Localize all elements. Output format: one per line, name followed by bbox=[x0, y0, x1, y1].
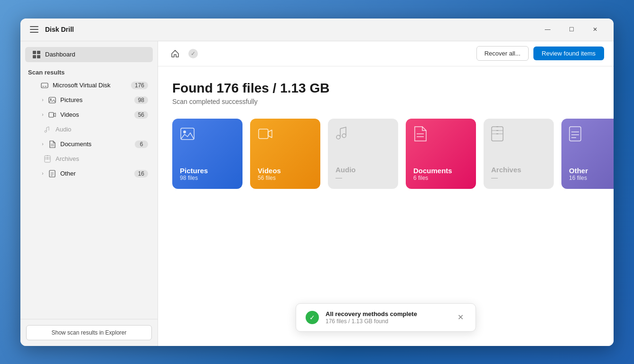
window-controls: — ☐ ✕ bbox=[537, 22, 606, 37]
documents-card-count: 6 files bbox=[413, 175, 428, 181]
pictures-card-name: Pictures bbox=[180, 167, 208, 175]
pictures-count: 98 bbox=[134, 96, 148, 104]
content-body: Found 176 files / 1.13 GB Scan completed… bbox=[158, 66, 614, 346]
videos-label: Videos bbox=[60, 111, 134, 118]
toast-text: All recovery methods complete 176 files … bbox=[326, 310, 448, 325]
sidebar-item-other[interactable]: › Other 16 bbox=[22, 167, 156, 181]
card-pictures[interactable]: Pictures 98 files bbox=[172, 119, 242, 189]
sidebar-item-videos[interactable]: › Videos 56 bbox=[22, 108, 156, 122]
card-audio[interactable]: Audio — bbox=[328, 119, 398, 189]
videos-card-count: 56 files bbox=[258, 175, 276, 181]
toast-subtitle: 176 files / 1.13 GB found bbox=[326, 318, 448, 325]
sidebar-item-archives[interactable]: Archives bbox=[22, 152, 156, 166]
found-files-title: Found 176 files / 1.13 GB bbox=[172, 81, 599, 96]
other-label: Other bbox=[60, 170, 134, 177]
svg-point-4 bbox=[50, 98, 52, 100]
minimize-button[interactable]: — bbox=[537, 22, 559, 37]
svg-point-19 bbox=[183, 131, 186, 133]
maximize-button[interactable]: ☐ bbox=[560, 22, 582, 37]
sidebar-item-dashboard[interactable]: Dashboard bbox=[25, 47, 153, 62]
card-documents[interactable]: Documents 6 files bbox=[406, 119, 476, 189]
chevron-right-icon: › bbox=[39, 97, 46, 103]
chevron-right-icon: › bbox=[39, 141, 46, 148]
sidebar-item-audio[interactable]: Audio bbox=[22, 122, 156, 137]
review-found-items-button[interactable]: Review found items bbox=[533, 47, 604, 60]
audio-icon bbox=[43, 125, 52, 134]
documents-count: 6 bbox=[135, 140, 148, 148]
show-explorer-button[interactable]: Show scan results in Explorer bbox=[26, 325, 152, 340]
videos-count: 56 bbox=[134, 111, 148, 119]
menu-icon[interactable] bbox=[28, 24, 40, 35]
header-actions: Recover all... Review found items bbox=[476, 46, 604, 61]
audio-card-name: Audio bbox=[336, 166, 356, 174]
svg-rect-0 bbox=[41, 83, 48, 88]
app-window: Disk Drill — ☐ ✕ Dashboard Scan results bbox=[20, 19, 614, 346]
drive-icon bbox=[40, 81, 49, 90]
svg-rect-3 bbox=[49, 97, 56, 103]
audio-card-icon bbox=[336, 126, 349, 143]
videos-icon bbox=[48, 111, 56, 119]
pictures-icon bbox=[48, 96, 56, 104]
chevron-right-icon: › bbox=[39, 170, 46, 177]
pictures-label: Pictures bbox=[60, 96, 134, 103]
sidebar-item-pictures[interactable]: › Pictures 98 bbox=[22, 93, 156, 107]
pictures-card-icon bbox=[180, 126, 195, 145]
toast-notification: ✓ All recovery methods complete 176 file… bbox=[296, 303, 476, 332]
other-icon bbox=[48, 169, 56, 178]
audio-card-dash: — bbox=[336, 174, 342, 181]
card-archives[interactable]: Archives — bbox=[484, 119, 554, 189]
spacer bbox=[32, 82, 38, 89]
archives-card-dash: — bbox=[491, 174, 498, 181]
virtual-disk-count: 176 bbox=[131, 82, 148, 89]
other-card-name: Other bbox=[569, 167, 588, 175]
archives-card-name: Archives bbox=[491, 166, 521, 174]
dashboard-label: Dashboard bbox=[45, 51, 75, 58]
card-other[interactable]: Other 16 files bbox=[561, 119, 614, 189]
other-count: 16 bbox=[134, 170, 148, 177]
svg-rect-14 bbox=[49, 170, 55, 177]
title-bar-left: Disk Drill bbox=[28, 24, 74, 35]
archives-label: Archives bbox=[56, 155, 148, 162]
toast-success-icon: ✓ bbox=[306, 311, 319, 324]
scan-results-heading: Scan results bbox=[20, 64, 158, 78]
documents-icon bbox=[48, 140, 56, 149]
content-area: ✓ Recover all... Review found items Foun… bbox=[158, 41, 614, 346]
archives-icon bbox=[43, 155, 52, 163]
svg-rect-5 bbox=[49, 112, 54, 117]
chevron-right-icon: › bbox=[39, 112, 46, 118]
toast-title: All recovery methods complete bbox=[326, 310, 448, 317]
archives-card-icon bbox=[491, 126, 503, 145]
documents-card-name: Documents bbox=[413, 167, 452, 175]
svg-rect-29 bbox=[569, 127, 581, 141]
videos-card-icon bbox=[258, 126, 273, 145]
sidebar-footer: Show scan results in Explorer bbox=[20, 319, 158, 346]
other-card-icon bbox=[569, 126, 581, 145]
svg-point-1 bbox=[43, 86, 44, 87]
recover-all-button[interactable]: Recover all... bbox=[476, 46, 529, 61]
sidebar-content: Dashboard Scan results Microsoft Virtual bbox=[20, 41, 158, 319]
svg-rect-18 bbox=[181, 128, 194, 140]
title-bar: Disk Drill — ☐ ✕ bbox=[20, 19, 614, 41]
home-button[interactable] bbox=[168, 46, 183, 61]
status-check-icon: ✓ bbox=[188, 49, 198, 58]
main-area: Dashboard Scan results Microsoft Virtual bbox=[20, 41, 614, 346]
sidebar-item-virtual-disk[interactable]: Microsoft Virtual Disk 176 bbox=[22, 78, 156, 93]
scan-status-subtitle: Scan completed successfully bbox=[172, 98, 599, 105]
svg-rect-20 bbox=[259, 129, 268, 139]
other-card-count: 16 files bbox=[569, 175, 587, 181]
sidebar-item-documents[interactable]: › Documents 6 bbox=[22, 137, 156, 151]
pictures-card-count: 98 files bbox=[180, 175, 198, 181]
card-videos[interactable]: Videos 56 files bbox=[250, 119, 320, 189]
virtual-disk-label: Microsoft Virtual Disk bbox=[53, 82, 131, 89]
documents-label: Documents bbox=[60, 140, 135, 148]
videos-card-name: Videos bbox=[258, 167, 281, 175]
documents-card-icon bbox=[413, 126, 427, 145]
toast-close-button[interactable]: ✕ bbox=[455, 312, 466, 323]
close-button[interactable]: ✕ bbox=[584, 22, 606, 37]
audio-label: Audio bbox=[56, 126, 148, 133]
content-header: ✓ Recover all... Review found items bbox=[158, 41, 614, 66]
category-cards: Pictures 98 files Videos 56 files bbox=[172, 119, 599, 189]
app-title: Disk Drill bbox=[45, 26, 74, 33]
sidebar: Dashboard Scan results Microsoft Virtual bbox=[20, 41, 158, 346]
dashboard-icon bbox=[33, 51, 40, 58]
